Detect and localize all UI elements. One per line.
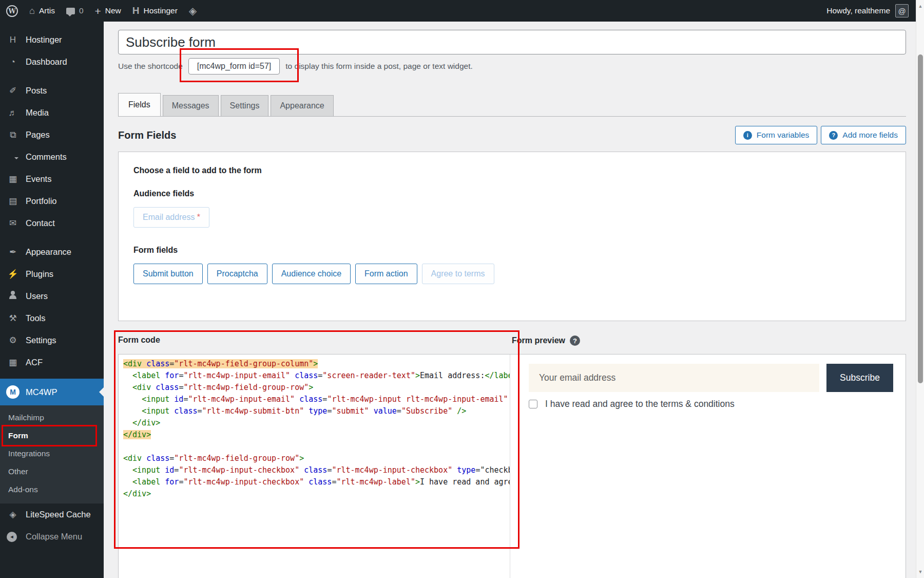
- submenu-item-other[interactable]: Other: [0, 462, 104, 480]
- sidebar-item-events[interactable]: ▦Events: [0, 168, 104, 190]
- new-content-menu[interactable]: + New: [95, 6, 121, 16]
- field-button-procaptcha[interactable]: Procaptcha: [207, 264, 267, 284]
- code-line: [123, 441, 510, 453]
- comments-count: 0: [79, 6, 84, 15]
- tab-appearance[interactable]: Appearance: [271, 95, 333, 116]
- sidebar-item-comments[interactable]: Comments: [0, 146, 104, 168]
- hostinger-label: Hostinger: [144, 6, 178, 15]
- sidebar-item-label: MC4WP: [26, 387, 57, 397]
- site-name: Artis: [39, 6, 55, 15]
- wordpress-logo-icon: W: [6, 5, 18, 17]
- field-button-form-action[interactable]: Form action: [355, 264, 417, 284]
- code-line: <div class="rlt-mc4wp-field-group-row">: [123, 453, 510, 464]
- shortcode-value[interactable]: [mc4wp_form id=57]: [188, 58, 280, 74]
- sidebar-item-label: Hostinger: [26, 35, 62, 45]
- tab-settings[interactable]: Settings: [221, 95, 269, 116]
- code-line: <input id="rlt-mc4wp-input-checkbox" cla…: [123, 464, 510, 476]
- admin-sidebar: HHostinger◔Dashboard✐Posts♬Media⧉PagesCo…: [0, 22, 104, 578]
- posts-icon: ✐: [7, 85, 19, 96]
- current-menu-arrow-icon: [99, 387, 104, 397]
- sidebar-item-litespeed-cache[interactable]: ◈LiteSpeed Cache: [0, 504, 104, 526]
- sidebar-item-mc4wp[interactable]: M MC4WP: [0, 379, 104, 405]
- code-line: <div class="rlt-mc4wp-field-group-column…: [123, 358, 510, 370]
- help-icon[interactable]: ?: [570, 335, 580, 346]
- sidebar-item-hostinger[interactable]: HHostinger: [0, 29, 104, 51]
- submenu-item-integrations[interactable]: Integrations: [0, 444, 104, 462]
- sidebar-item-label: Tools: [26, 313, 46, 323]
- users-icon: [7, 291, 19, 302]
- wordpress-menu[interactable]: W: [6, 5, 18, 17]
- sidebar-item-plugins[interactable]: ⚡Plugins: [0, 263, 104, 285]
- scroll-down-arrow-icon[interactable]: ▼: [916, 568, 924, 576]
- sidebar-item-users[interactable]: Users: [0, 285, 104, 307]
- required-asterisk: *: [197, 213, 200, 221]
- sidebar-item-label: LiteSpeed Cache: [26, 510, 91, 519]
- sidebar-item-label: Dashboard: [26, 57, 67, 67]
- sidebar-item-tools[interactable]: ⚒Tools: [0, 307, 104, 329]
- comments-link[interactable]: 0: [66, 6, 84, 15]
- appearance-icon: ✒: [7, 247, 19, 257]
- code-line: <div class="rlt-mc4wp-field-group-row">: [123, 382, 510, 394]
- sidebar-item-label: Appearance: [26, 247, 71, 257]
- hostinger-admin-link[interactable]: H Hostinger: [132, 5, 178, 16]
- preview-terms-checkbox[interactable]: [529, 400, 537, 408]
- submenu-item-form[interactable]: Form: [0, 426, 104, 444]
- sidebar-item-label: Plugins: [26, 269, 53, 279]
- add-more-fields-button[interactable]: ? Add more fields: [821, 126, 906, 144]
- sidebar-item-appearance[interactable]: ✒Appearance: [0, 241, 104, 263]
- sidebar-item-dashboard[interactable]: ◔Dashboard: [0, 51, 104, 73]
- settings-icon: ⚙: [7, 335, 19, 346]
- sidebar-item-label: Media: [26, 108, 49, 118]
- sidebar-item-portfolio[interactable]: ▤Portfolio: [0, 190, 104, 212]
- sidebar-item-contact[interactable]: ✉Contact: [0, 212, 104, 234]
- field-button-submit-button[interactable]: Submit button: [133, 264, 203, 284]
- field-button-agree-to-terms: Agree to terms: [422, 264, 494, 284]
- litespeed-admin-link[interactable]: ◈: [189, 5, 197, 17]
- account-menu[interactable]: Howdy, realtheme @: [826, 4, 909, 17]
- code-line: </div>: [123, 429, 510, 441]
- sidebar-item-media[interactable]: ♬Media: [0, 102, 104, 124]
- collapse-icon: ◂: [7, 532, 19, 542]
- form-code-editor[interactable]: <div class="rlt-mc4wp-field-group-column…: [119, 355, 510, 578]
- scroll-up-arrow-icon[interactable]: ▲: [916, 2, 924, 10]
- litespeed-diamond-icon: ◈: [189, 5, 197, 17]
- scrollbar-thumb[interactable]: [918, 54, 923, 383]
- litespeed-icon: ◈: [7, 509, 19, 520]
- code-line: <input id="rlt-mc4wp-input-email" class=…: [123, 394, 510, 405]
- contact-icon: ✉: [7, 218, 19, 229]
- sidebar-item-label: Collapse Menu: [26, 532, 82, 542]
- sidebar-item-pages[interactable]: ⧉Pages: [0, 124, 104, 146]
- form-preview-label: Form preview: [512, 336, 565, 345]
- main-content: Use the shortcode [mc4wp_form id=57] to …: [104, 22, 916, 578]
- tab-messages[interactable]: Messages: [163, 95, 219, 116]
- question-icon: ?: [829, 131, 838, 140]
- plus-icon: +: [95, 6, 101, 16]
- sidebar-item-settings[interactable]: ⚙Settings: [0, 329, 104, 351]
- mc4wp-icon: M: [6, 385, 20, 399]
- field-button-audience-choice[interactable]: Audience choice: [272, 264, 351, 284]
- sidebar-item-collapse-menu[interactable]: ◂Collapse Menu: [0, 526, 104, 548]
- code-line: </div>: [123, 417, 510, 429]
- comment-bubble-icon: [66, 8, 75, 14]
- preview-subscribe-button[interactable]: Subscribe: [826, 364, 893, 392]
- acf-icon: ▦: [7, 357, 19, 368]
- plugins-icon: ⚡: [7, 269, 19, 279]
- hostinger-icon: H: [7, 35, 19, 45]
- site-link[interactable]: ⌂ Artis: [29, 6, 55, 15]
- submenu-item-add-ons[interactable]: Add-ons: [0, 480, 104, 498]
- code-line: </div>: [123, 488, 510, 500]
- form-title-input[interactable]: [118, 30, 906, 54]
- page-scrollbar[interactable]: ▲ ▼: [916, 0, 924, 578]
- code-preview-labels: Form code Form preview ?: [118, 335, 906, 348]
- sidebar-item-acf[interactable]: ▦ACF: [0, 351, 104, 374]
- sidebar-item-label: Posts: [26, 86, 47, 96]
- form-variables-button[interactable]: i Form variables: [735, 126, 818, 144]
- preview-email-input[interactable]: [529, 364, 819, 392]
- code-line: <label for="rlt-mc4wp-input-checkbox" cl…: [123, 476, 510, 488]
- choose-field-heading: Choose a field to add to the form: [133, 166, 891, 175]
- sidebar-item-posts[interactable]: ✐Posts: [0, 80, 104, 102]
- tools-icon: ⚒: [7, 313, 19, 324]
- submenu-item-mailchimp[interactable]: Mailchimp: [0, 408, 104, 426]
- tab-fields[interactable]: Fields: [118, 93, 161, 116]
- form-preview-area: Subscribe I have read and agree to the t…: [510, 355, 906, 578]
